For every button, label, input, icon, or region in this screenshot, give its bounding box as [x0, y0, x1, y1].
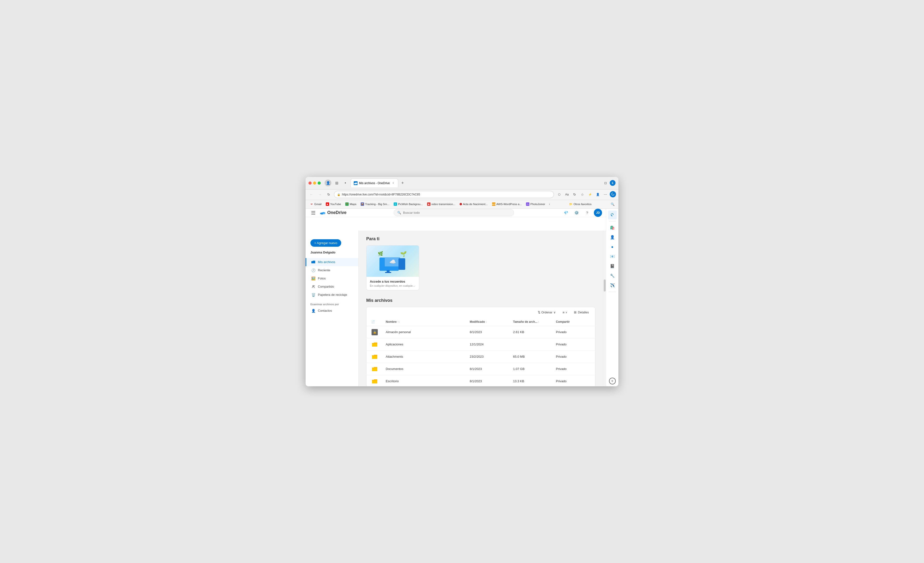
row-icon-almacen: 🔒	[366, 326, 382, 338]
memory-card-title: Accede a tus recuerdos	[370, 280, 416, 283]
sidebar-user-name: Juanma Delgado	[306, 251, 358, 258]
edge-icon-svg	[610, 213, 615, 217]
edge-icon[interactable]	[610, 191, 616, 197]
memory-card[interactable]: 🌿 ☁️ 🌱	[366, 245, 419, 290]
details-button[interactable]: ⊞ Detalles	[572, 309, 591, 315]
search-input[interactable]	[403, 211, 510, 215]
sidebar-outlook-btn[interactable]: 📧	[608, 252, 617, 261]
col-share-header: Compartir	[552, 318, 595, 326]
col-name-header[interactable]: Nombre ↑↓	[382, 318, 466, 326]
bookmark-youtube[interactable]: ▶ YouTube	[324, 201, 343, 207]
refresh-icon[interactable]: ↻	[571, 191, 578, 198]
active-tab[interactable]: Mis archivos - OneDrive ×	[351, 179, 398, 187]
table-row[interactable]: Escritorio 8/1/2023 13.3 KB Privado	[366, 375, 595, 386]
table-row[interactable]: Attachments 23/2/2023 65.0 MB Privado	[366, 350, 595, 363]
size-sort[interactable]: Tamaño de arch... ↓	[513, 320, 539, 323]
sidebar-add-button[interactable]: +	[609, 378, 616, 384]
table-row[interactable]: Documentos 8/1/2023 1.07 GB Privado	[366, 363, 595, 375]
onedrive-wrapper: OneDrive 🔍 💎 ⚙️ ? JD	[306, 209, 606, 386]
sidebar-toggle-icon[interactable]: ▪	[342, 180, 349, 186]
row-icon-attachments	[366, 350, 382, 363]
premium-icon-button[interactable]: 💎	[562, 209, 570, 217]
modified-sort[interactable]: Modificado ↓	[470, 320, 487, 323]
bookmark-photojoiner-label: PhotoJoiner	[530, 203, 545, 206]
edge-profile-icon[interactable]: E	[610, 180, 615, 186]
edge-sidebar-copilot-btn[interactable]	[608, 211, 617, 219]
tab-close-button[interactable]: ×	[391, 181, 395, 185]
favorites-icon[interactable]: ☆	[579, 191, 586, 198]
sidebar-item-fotos[interactable]: 🖼️ Fotos	[306, 275, 358, 282]
cast-icon[interactable]: ⬡	[556, 191, 562, 198]
collections-icon[interactable]: ⚡	[586, 191, 593, 198]
sidebar-item-reciente[interactable]: 🕐 Reciente	[306, 266, 358, 275]
sidebar-item-papelera[interactable]: 🗑️ Papelera de reciclaje	[306, 291, 358, 299]
plant-right-icon: 🌱	[400, 251, 406, 257]
profile-btn[interactable]: 👤	[594, 191, 601, 198]
new-tab-button[interactable]: +	[399, 180, 406, 186]
sidebar-circle-btn[interactable]: ●	[608, 243, 617, 251]
bookmark-acta[interactable]: Acta de Nacimient...	[458, 202, 490, 207]
sidebar-onenote-btn[interactable]: 📓	[608, 262, 617, 270]
search-bookmarks-btn[interactable]: 🔍	[609, 201, 616, 207]
search-icon-btn[interactable]: 🔍	[609, 201, 616, 207]
reading-view-icon[interactable]: Aa	[564, 191, 570, 198]
memory-illustration: 🌿 ☁️ 🌱	[376, 249, 410, 273]
files-toolbar: ⇅ Ordenar ∨ ≡ ∨ ⊞ Detall	[366, 307, 595, 318]
sidebar-item-mis-archivos[interactable]: Mis archivos	[306, 258, 358, 266]
browser-content: OneDrive 🔍 💎 ⚙️ ? JD	[306, 209, 618, 386]
bookmarks-more-button[interactable]: ›	[548, 201, 552, 207]
svg-point-6	[313, 285, 314, 287]
forward-button[interactable]: →	[316, 191, 323, 198]
more-menu-button[interactable]: ⋯	[602, 191, 609, 198]
view-button[interactable]: ≡ ∨	[560, 309, 570, 316]
col-modified-header[interactable]: Modificado ↓	[466, 318, 509, 326]
row-icon-aplicaciones	[366, 338, 382, 350]
row-modified-almacen: 8/1/2023	[466, 326, 509, 338]
bookmark-gmail[interactable]: M Gmail	[308, 201, 323, 207]
bookmarks-folder-button[interactable]: 📁 Otros favoritos	[567, 201, 593, 207]
history-icon[interactable]: ⊞	[333, 180, 340, 186]
onedrive-logo: OneDrive	[320, 210, 368, 215]
folder-icon-aplicaciones	[371, 341, 378, 348]
bookmark-picwish[interactable]: ✦ PicWish Backgrou...	[392, 201, 425, 207]
maximize-button[interactable]	[318, 182, 321, 185]
bookmark-maps[interactable]: 📍 Maps	[344, 201, 358, 207]
user-avatar-button[interactable]: JD	[594, 209, 602, 217]
minimize-button[interactable]	[313, 182, 316, 185]
bookmark-aws[interactable]: AWS AWS-WordPress a...	[490, 201, 524, 207]
back-button[interactable]: ←	[308, 191, 315, 198]
name-sort[interactable]: Nombre ↑↓	[386, 320, 400, 323]
bookmark-photojoiner[interactable]: PJ PhotoJoiner	[524, 201, 547, 207]
extensions-icon[interactable]: ⊡	[603, 180, 608, 186]
close-button[interactable]	[309, 182, 312, 185]
row-modified-escritorio: 8/1/2023	[466, 375, 509, 386]
add-new-button[interactable]: + Agregar nuevo	[310, 239, 341, 247]
tab-bar: Mis archivos - OneDrive × +	[351, 179, 601, 187]
profile-icon[interactable]: 👤	[325, 180, 332, 186]
reload-button[interactable]: ↻	[326, 191, 332, 198]
col-size-header[interactable]: Tamaño de arch... ↓	[509, 318, 552, 326]
sidebar-item-contactos[interactable]: 👤 Contactos	[306, 307, 358, 315]
vertical-scrollbar[interactable]	[603, 231, 606, 386]
settings-button[interactable]: ⚙️	[573, 209, 580, 217]
search-input-wrapper[interactable]: 🔍	[394, 209, 514, 216]
table-row[interactable]: Aplicaciones 12/1/2024 Privado	[366, 338, 595, 350]
sidebar-shopping-btn[interactable]: 🛍️	[608, 224, 617, 232]
sidebar-telegram-btn[interactable]: ✈️	[608, 281, 617, 290]
sort-button[interactable]: ⇅ Ordenar ∨	[536, 309, 558, 315]
sidebar-tools-btn[interactable]: 🔧	[608, 272, 617, 280]
bookmark-tracking[interactable]: 📦 Tracking - Big Sm...	[359, 201, 391, 207]
sidebar-item-compartido[interactable]: Compartido	[306, 282, 358, 291]
hamburger-button[interactable]	[309, 209, 317, 217]
app-name: OneDrive	[327, 210, 346, 215]
address-bar[interactable]: 🔒 https://onedrive.live.com/?id=root&cid…	[334, 191, 554, 198]
sidebar-user-btn[interactable]: 👤	[608, 233, 617, 242]
bookmark-video[interactable]: ▶ video transmision...	[425, 201, 457, 207]
table-row[interactable]: 🔒 Almacén personal 8/1/2023 2.61 KB Priv…	[366, 326, 595, 338]
name-sort-arrows: ↑↓	[397, 320, 400, 323]
folder-icon	[311, 260, 315, 264]
monitor-shape: ☁️	[380, 258, 399, 271]
help-button[interactable]: ?	[583, 209, 591, 217]
row-name-almacen: Almacén personal	[382, 326, 466, 338]
scrollbar-thumb[interactable]	[604, 279, 606, 291]
